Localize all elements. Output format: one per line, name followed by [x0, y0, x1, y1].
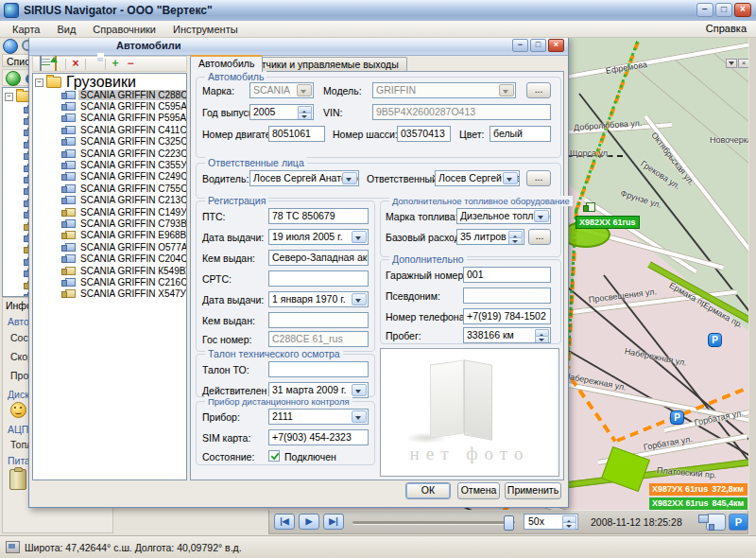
- tree-item-vehicle[interactable]: SCANIA GRIFFIN Е968ВХ 161rus: [33, 230, 186, 241]
- playback-slider-track[interactable]: [352, 521, 515, 524]
- tree-item-vehicle[interactable]: SCANIA GRIFFIN С755СТ 61rus: [33, 183, 186, 194]
- combo-arrow-icon[interactable]: [352, 231, 367, 243]
- add-button[interactable]: +: [108, 58, 123, 71]
- tree-item-vehicle[interactable]: SCANIA GRIFFIN С216СС 61rus: [33, 276, 186, 288]
- vehicle-marker-icon[interactable]: [583, 202, 595, 212]
- srts-issuer-field[interactable]: [268, 312, 369, 328]
- pts-field[interactable]: 78 ТС 850679: [268, 208, 369, 224]
- spin-down-icon[interactable]: [562, 522, 576, 530]
- tree-collapse-icon[interactable]: −: [5, 93, 13, 101]
- tree-item-vehicle[interactable]: SCANIA GRIFFIN С793ВВ 61rus: [33, 218, 186, 229]
- tree-root-row[interactable]: − Грузовики: [33, 74, 186, 89]
- menu-item-help[interactable]: Справка: [706, 23, 747, 34]
- tree-item-vehicle[interactable]: SCANIA GRIFFIN С249СС 61rus: [33, 171, 186, 183]
- chassis-field[interactable]: 03570413: [397, 126, 451, 142]
- spin-down-icon[interactable]: [535, 336, 549, 343]
- srts-field[interactable]: [268, 270, 369, 287]
- tree-item-vehicle[interactable]: SCANIA GRIFFIN Х547УХ 161rus: [33, 288, 186, 300]
- dialog-close-button[interactable]: ×: [548, 39, 564, 52]
- tree-item-vehicle[interactable]: SCANIA GRIFFIN С149УХ 161rus: [33, 206, 186, 218]
- spin-down-icon[interactable]: [298, 113, 312, 120]
- dialog-minimize-button[interactable]: −: [512, 39, 528, 52]
- menu-item[interactable]: Карта: [4, 23, 48, 36]
- parking-mode-button[interactable]: P: [729, 514, 748, 531]
- color-field[interactable]: белый: [490, 126, 551, 142]
- year-spinner[interactable]: 2005: [249, 104, 314, 120]
- fuel-rate-spinner[interactable]: 35 литров: [456, 229, 524, 245]
- connected-checkbox[interactable]: [268, 450, 280, 462]
- srts-date-combo[interactable]: 1 января 1970 г.: [268, 291, 369, 307]
- minimize-button[interactable]: −: [696, 3, 713, 17]
- playback-speed-spinner[interactable]: 50x: [524, 514, 578, 530]
- combo-arrow-icon[interactable]: [499, 84, 514, 96]
- tree-item-vehicle[interactable]: SCANIA GRIFFIN С595АЕ 61rus: [33, 100, 186, 112]
- device-combo[interactable]: 2111: [268, 409, 369, 425]
- driver-combo[interactable]: Лосев Сергей Анатольевич: [249, 170, 359, 186]
- tree-item-vehicle[interactable]: SCANIA GRIFFIN С204СС 61rus: [33, 253, 186, 264]
- spin-down-icon[interactable]: [508, 237, 523, 245]
- persons-browse-button[interactable]: ...: [526, 170, 551, 186]
- tab-sensors[interactable]: Датчики и управляемые выходы: [241, 57, 407, 72]
- tree-item-vehicle[interactable]: SCANIA GRIFFIN О577АУ 61rus: [33, 241, 186, 253]
- tree-collapse-icon[interactable]: −: [35, 78, 43, 87]
- menu-item[interactable]: Инструменты: [164, 23, 247, 36]
- alias-field[interactable]: [463, 288, 551, 304]
- combo-arrow-icon[interactable]: [352, 293, 367, 305]
- phone-field[interactable]: +7(919) 784-1502: [463, 308, 551, 324]
- import-button[interactable]: [48, 58, 63, 71]
- pts-issuer-field[interactable]: Северо-Западная акцизная таможня: [268, 250, 369, 266]
- delete-button[interactable]: ×: [68, 58, 83, 71]
- parking-marker[interactable]: P: [670, 410, 684, 425]
- tree-item-vehicle[interactable]: SCANIA GRIFFIN С325СТ 61rus: [33, 136, 186, 148]
- menu-item[interactable]: Вид: [48, 23, 84, 36]
- plate-field[interactable]: С288СЕ 61_rus: [268, 331, 369, 347]
- close-button[interactable]: ×: [734, 3, 751, 17]
- fuel-browse-button[interactable]: ...: [528, 229, 551, 245]
- tree-item-vehicle[interactable]: SCANIA GRIFFIN Р595АА 61rus: [33, 113, 186, 124]
- ok-button[interactable]: ОК: [405, 482, 451, 499]
- tree-item-vehicle[interactable]: SCANIA GRIFFIN С288СЕ 61rus: [33, 89, 186, 100]
- tree-item-vehicle[interactable]: SCANIA GRIFFIN С223СС 61rus: [33, 148, 186, 159]
- list-view-button[interactable]: [33, 58, 48, 71]
- engine-field[interactable]: 8051061: [268, 126, 325, 142]
- restore-button[interactable]: □: [715, 3, 732, 17]
- globe-icon[interactable]: [3, 39, 18, 54]
- combo-arrow-icon[interactable]: [352, 410, 367, 423]
- vehicle-plate-label[interactable]: Х982ХХ 61rus: [576, 216, 640, 229]
- fuel-type-combo[interactable]: Дизельное топливо: [456, 208, 551, 224]
- globe-green-icon[interactable]: [6, 71, 21, 86]
- responsible-combo[interactable]: Лосев Сергей Анатольевич: [435, 170, 520, 186]
- skip-end-button[interactable]: ▶|: [323, 514, 344, 530]
- tree-item-vehicle[interactable]: SCANIA GRIFFIN С213СС 61rus: [33, 195, 186, 206]
- dialog-maximize-button[interactable]: □: [530, 39, 546, 52]
- vehicle-tree[interactable]: − Грузовики SCANIA GRIFFIN С288СЕ 61rus …: [32, 73, 187, 480]
- garage-field[interactable]: 001: [463, 267, 551, 283]
- apply-button[interactable]: Применить: [505, 482, 561, 499]
- parking-marker[interactable]: P: [708, 333, 722, 347]
- title-bar[interactable]: SIRIUS Navigator - ООО "Вертекс" − □ ×: [0, 0, 756, 22]
- play-button[interactable]: ▶: [299, 514, 319, 530]
- vin-field[interactable]: 9B5P4X2600287O413: [372, 104, 551, 120]
- brand-combo[interactable]: SCANIA: [249, 82, 314, 98]
- combo-arrow-icon[interactable]: [297, 84, 312, 96]
- menu-item[interactable]: Справочники: [84, 23, 164, 36]
- save-button[interactable]: [88, 58, 103, 71]
- model-combo[interactable]: GRIFFIN: [372, 82, 516, 98]
- tab-car[interactable]: Автомобиль: [190, 55, 263, 72]
- tree-root-label[interactable]: Грузовики: [64, 74, 138, 91]
- model-browse-button[interactable]: ...: [526, 82, 551, 98]
- combo-arrow-icon[interactable]: [342, 172, 357, 184]
- ticket-field[interactable]: [268, 361, 369, 377]
- vehicle-mode-button[interactable]: [706, 514, 726, 531]
- remove-button[interactable]: −: [123, 58, 138, 71]
- mileage-spinner[interactable]: 338166 км: [463, 327, 551, 343]
- map-collapse-button[interactable]: [726, 59, 737, 68]
- skip-start-button[interactable]: |◀: [274, 514, 295, 530]
- combo-arrow-icon[interactable]: [503, 172, 518, 184]
- combo-arrow-icon[interactable]: [352, 384, 367, 396]
- playback-slider-thumb[interactable]: [504, 515, 514, 531]
- cancel-button[interactable]: Отмена: [457, 482, 500, 499]
- tree-item-vehicle[interactable]: SCANIA GRIFFIN С355УС 61rus: [33, 159, 186, 170]
- tree-item-vehicle[interactable]: SCANIA GRIFFIN С411СС 61rus: [33, 124, 186, 135]
- map-close-button[interactable]: ×: [738, 59, 748, 68]
